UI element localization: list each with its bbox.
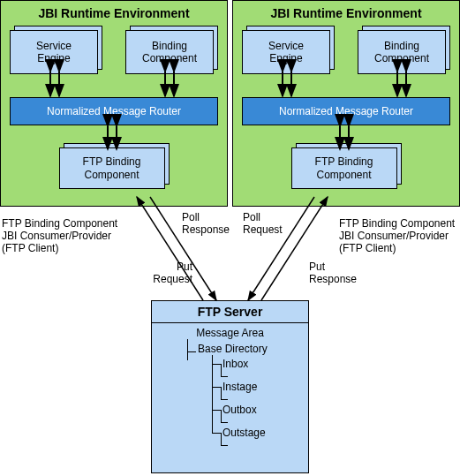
put-response-label: PutResponse bbox=[309, 261, 371, 286]
poll-response-label: PollResponse bbox=[182, 212, 244, 237]
service-engine: ServiceEngine bbox=[242, 30, 330, 74]
dir-outbox: Outbox bbox=[212, 404, 308, 427]
dir-label: Instage bbox=[222, 382, 257, 392]
ftp-server-box: FTP Server Message Area Base Directory I… bbox=[151, 300, 309, 473]
jbi-title: JBI Runtime Environment bbox=[10, 6, 218, 20]
message-area-label: Message Area bbox=[152, 327, 308, 339]
dir-label: Inbox bbox=[222, 359, 248, 369]
binding-component-stack: BindingComponent bbox=[358, 26, 450, 74]
jbi-runtime-right: JBI Runtime Environment ServiceEngine Bi… bbox=[232, 0, 460, 207]
client-label-right: FTP Binding ComponentJBI Consumer/Provid… bbox=[339, 218, 460, 254]
jbi-title: JBI Runtime Environment bbox=[242, 6, 450, 20]
top-row: ServiceEngine BindingComponent bbox=[10, 26, 218, 74]
ftp-binding-component-stack: FTP BindingComponent bbox=[291, 143, 402, 189]
binding-component: BindingComponent bbox=[125, 30, 214, 74]
base-directory-label: Base Directory bbox=[198, 343, 308, 355]
ftp-server-title: FTP Server bbox=[152, 301, 308, 323]
poll-request-label: PollRequest bbox=[243, 212, 296, 237]
jbi-runtime-left: JBI Runtime Environment ServiceEngine Bi… bbox=[0, 0, 228, 207]
binding-component-stack: BindingComponent bbox=[125, 26, 218, 74]
service-engine-stack: ServiceEngine bbox=[242, 26, 335, 74]
normalized-message-router: Normalized Message Router bbox=[242, 97, 450, 125]
service-engine: ServiceEngine bbox=[10, 30, 98, 74]
ftp-binding-component-stack: FTP BindingComponent bbox=[59, 143, 170, 189]
put-request-label: PutRequest bbox=[140, 261, 192, 286]
binding-component: BindingComponent bbox=[358, 30, 446, 74]
client-label-left: FTP Binding ComponentJBI Consumer/Provid… bbox=[2, 218, 125, 254]
dir-instage: Instage bbox=[212, 382, 308, 404]
ftp-binding-component: FTP BindingComponent bbox=[291, 147, 397, 189]
tree-base-dir: Base Directory Inbox Instage Outbox bbox=[187, 343, 308, 450]
service-engine-stack: ServiceEngine bbox=[10, 26, 102, 74]
top-row: ServiceEngine BindingComponent bbox=[242, 26, 450, 74]
ftp-binding-component: FTP BindingComponent bbox=[59, 147, 165, 189]
dir-inbox: Inbox bbox=[212, 359, 308, 382]
dir-label: Outbox bbox=[222, 404, 257, 415]
dir-subtree: Inbox Instage Outbox Outstage bbox=[212, 359, 308, 450]
dir-label: Outstage bbox=[222, 427, 266, 438]
dir-outstage: Outstage bbox=[212, 427, 308, 450]
normalized-message-router: Normalized Message Router bbox=[10, 97, 218, 125]
